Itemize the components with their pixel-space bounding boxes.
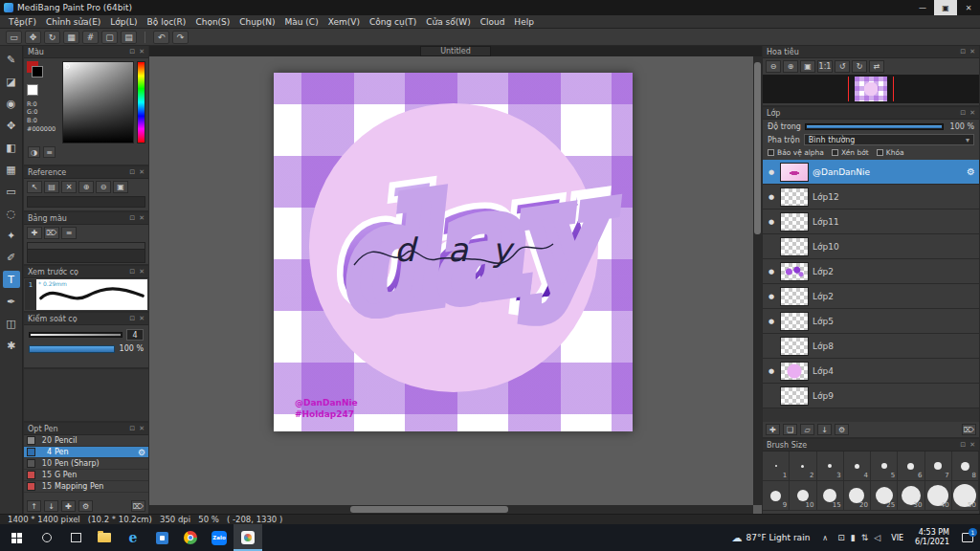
material-icon[interactable]: ▤ xyxy=(121,31,137,44)
brush-opacity-slider[interactable] xyxy=(29,345,115,353)
smudge-tool[interactable]: ◉ xyxy=(3,95,20,112)
brush-size-cell[interactable]: 2 xyxy=(790,452,816,481)
ref-fit-icon[interactable]: ▣ xyxy=(113,181,128,193)
clock[interactable]: 4:53 PM 6/1/2021 xyxy=(909,528,955,547)
reference-preview-area[interactable] xyxy=(27,196,145,208)
nav-flip-icon[interactable]: ⇄ xyxy=(869,60,884,73)
eraser-tool[interactable]: ◪ xyxy=(3,73,20,90)
brush-size-cell[interactable]: 9 xyxy=(763,481,790,511)
nav-rotate-right-icon[interactable]: ↻ xyxy=(852,60,867,73)
layer-row[interactable]: Lớp9 ⚙ xyxy=(763,384,979,408)
layer-opacity-slider[interactable] xyxy=(805,123,944,130)
layer-row[interactable]: Lớp4 ⚙ xyxy=(763,359,979,384)
menu-item[interactable]: Xem(V) xyxy=(323,17,365,27)
layer-visibility-toggle[interactable] xyxy=(767,218,776,226)
panel-close-icon[interactable]: ✕ xyxy=(139,48,145,55)
protect-alpha-checkbox[interactable] xyxy=(768,149,774,156)
select-pen-tool[interactable]: ✐ xyxy=(3,249,20,266)
layer-row[interactable]: Lớp2 ⚙ xyxy=(763,259,979,284)
brush-size-cell[interactable]: 8 xyxy=(952,452,979,481)
layer-visibility-toggle[interactable] xyxy=(767,168,776,176)
weather-widget[interactable]: ☁ 87°F Light rain xyxy=(724,532,818,544)
task-view-button[interactable] xyxy=(61,524,90,551)
brush-size-cell[interactable]: 10 xyxy=(790,481,816,511)
rotate-view-icon[interactable]: ↻ xyxy=(44,31,60,44)
brush-size-value[interactable]: 4 xyxy=(126,329,144,341)
color-slider-icon[interactable]: ≡ xyxy=(43,146,56,158)
brush-size-cell[interactable]: 50 xyxy=(952,481,979,511)
merge-down-icon[interactable]: ↓ xyxy=(817,424,832,435)
lasso-tool[interactable]: ◌ xyxy=(3,205,20,222)
palette-entry[interactable] xyxy=(28,243,145,250)
hand-tool[interactable]: ✱ xyxy=(3,337,20,354)
redo-icon[interactable]: ↷ xyxy=(172,31,189,44)
ref-pick-icon[interactable]: ↖ xyxy=(27,181,42,193)
artboard[interactable]: day day day d a y @DanDanNie #Holdap247 xyxy=(274,73,633,431)
foreground-color-swatch[interactable] xyxy=(32,66,43,77)
navigator-thumbnail[interactable] xyxy=(763,75,979,103)
vertical-scrollbar[interactable] xyxy=(753,56,762,505)
snap-icon[interactable]: # xyxy=(82,31,99,44)
palette-menu-icon[interactable]: ≡ xyxy=(61,227,77,239)
taskbar-app-chrome[interactable] xyxy=(176,524,205,551)
menu-item[interactable]: Cloud xyxy=(476,17,510,27)
menu-item[interactable]: Chỉnh sửa(E) xyxy=(41,17,105,27)
brush-up-icon[interactable]: ↑ xyxy=(27,500,41,512)
nav-zoom-in-icon[interactable]: ⊕ xyxy=(783,60,798,73)
layer-row[interactable]: Lớp10 ⚙ xyxy=(763,234,979,259)
layer-settings-icon[interactable]: ⚙ xyxy=(835,424,849,435)
brush-down-icon[interactable]: ↓ xyxy=(44,500,58,512)
battery-icon[interactable]: ▮ xyxy=(851,533,856,542)
layer-row[interactable]: Lớp12 ⚙ xyxy=(763,185,979,209)
brush-size-cell[interactable]: 7 xyxy=(925,452,952,481)
select-mode-icon[interactable]: ▭ xyxy=(6,31,22,44)
canvas-viewport[interactable]: day day day d a y @DanDanNie #Holdap247 xyxy=(149,56,762,514)
undock-icon[interactable]: ⊡ xyxy=(129,168,135,176)
blend-mode-select[interactable]: Bình thường ▾ xyxy=(804,134,974,145)
display-icon[interactable]: ⊡ xyxy=(837,533,845,542)
palette-list[interactable] xyxy=(27,242,145,263)
brush-settings-icon[interactable]: ⚙ xyxy=(78,500,93,512)
volume-icon[interactable]: ◁ xyxy=(874,533,880,542)
grid-icon[interactable]: ▦ xyxy=(63,31,79,44)
brush-row[interactable]: 15 G Pen ⚙ xyxy=(24,470,148,481)
duplicate-layer-icon[interactable]: ❏ xyxy=(783,424,797,435)
nav-fit-icon[interactable]: ▣ xyxy=(800,60,815,73)
menu-item[interactable]: Lớp(L) xyxy=(105,17,142,27)
divide-tool[interactable]: ◫ xyxy=(3,315,20,332)
panel-close-icon[interactable]: ✕ xyxy=(139,315,145,322)
menu-item[interactable]: Bộ lọc(R) xyxy=(143,17,191,27)
nav-zoom-out-icon[interactable]: ⊖ xyxy=(766,60,781,73)
brush-size-cell[interactable]: 30 xyxy=(898,481,924,511)
brush-row[interactable]: 4 Pen ⚙ xyxy=(24,447,148,458)
brush-gear-icon[interactable]: ⚙ xyxy=(138,448,145,457)
text-tool[interactable]: T xyxy=(3,271,20,288)
nav-actual-size-icon[interactable]: 1:1 xyxy=(817,60,833,73)
taskbar-app-zalo[interactable]: Zalo xyxy=(205,524,234,551)
layer-folder-icon[interactable]: ▱ xyxy=(800,424,814,435)
hidden-icons-chevron[interactable]: ∧ xyxy=(817,534,833,542)
move-tool[interactable]: ✥ xyxy=(3,117,20,134)
brush-size-cell[interactable]: 1 xyxy=(763,452,790,481)
undock-icon[interactable]: ⊡ xyxy=(960,48,966,55)
brush-size-slider[interactable] xyxy=(29,332,122,338)
undock-icon[interactable]: ⊡ xyxy=(129,268,135,276)
horizontal-scrollbar[interactable] xyxy=(149,505,753,514)
brush-row[interactable]: 15 Mapping Pen ⚙ xyxy=(24,481,148,493)
layer-visibility-toggle[interactable] xyxy=(767,367,776,375)
brush-size-cell[interactable]: 20 xyxy=(844,481,871,511)
menu-item[interactable]: Tệp(F) xyxy=(4,17,41,27)
rest ore-button[interactable]: ▣ xyxy=(934,0,957,15)
menu-item[interactable]: Help xyxy=(509,17,539,27)
network-icon[interactable]: ⇅ xyxy=(861,533,869,542)
ref-clear-icon[interactable]: ✕ xyxy=(61,181,77,193)
ruler-icon[interactable]: ▢ xyxy=(101,31,118,44)
clipping-checkbox[interactable] xyxy=(832,149,838,156)
layer-visibility-toggle[interactable] xyxy=(767,193,776,201)
brush-size-cell[interactable]: 6 xyxy=(898,452,924,481)
foreground-background-swatches[interactable] xyxy=(27,61,46,80)
palette-delete-icon[interactable]: ⌦ xyxy=(44,227,59,239)
start-button[interactable] xyxy=(0,524,33,551)
taskbar-app-explorer[interactable] xyxy=(90,524,119,551)
brush-size-cell[interactable]: 25 xyxy=(871,481,898,511)
